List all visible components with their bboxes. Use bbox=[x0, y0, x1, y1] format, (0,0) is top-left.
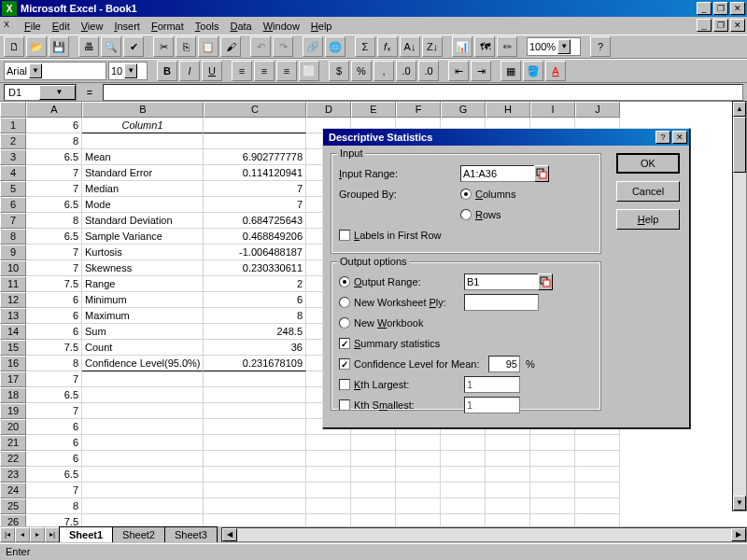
autosum-button[interactable]: Σ bbox=[355, 36, 375, 57]
cell-H25[interactable] bbox=[486, 498, 530, 514]
cell-E23[interactable] bbox=[351, 467, 396, 483]
horizontal-scrollbar[interactable]: ◀ ▶ bbox=[221, 527, 747, 542]
paste-button[interactable]: 📋 bbox=[198, 36, 218, 57]
align-left-button[interactable]: ≡ bbox=[232, 61, 252, 81]
confidence-field[interactable] bbox=[488, 356, 520, 372]
cell-H23[interactable] bbox=[486, 467, 530, 483]
col-header-D[interactable]: D bbox=[306, 102, 351, 118]
row-header-2[interactable]: 2 bbox=[0, 133, 26, 149]
align-right-button[interactable]: ≡ bbox=[276, 61, 297, 81]
cell-B16[interactable]: Confidence Level(95.0%) bbox=[82, 356, 204, 371]
font-combo[interactable]: Arial▼ bbox=[4, 62, 106, 80]
fill-color-button[interactable]: 🪣 bbox=[523, 61, 543, 81]
scroll-down-button[interactable]: ▼ bbox=[733, 496, 746, 511]
row-header-24[interactable]: 24 bbox=[0, 483, 26, 498]
cell-B25[interactable] bbox=[82, 498, 204, 514]
cell-A12[interactable]: 6 bbox=[26, 292, 82, 308]
cell-A7[interactable]: 8 bbox=[26, 213, 82, 229]
menu-view[interactable]: View bbox=[76, 19, 109, 34]
save-button[interactable]: 💾 bbox=[49, 36, 69, 57]
row-header-25[interactable]: 25 bbox=[0, 498, 26, 514]
cut-button[interactable]: ✂ bbox=[153, 36, 174, 57]
cell-A14[interactable]: 6 bbox=[26, 324, 82, 340]
cell-H24[interactable] bbox=[486, 483, 530, 498]
cell-C15[interactable]: 36 bbox=[204, 340, 306, 356]
row-header-21[interactable]: 21 bbox=[0, 435, 26, 451]
cell-B3[interactable]: Mean bbox=[82, 149, 204, 165]
sheet-tab-sheet1[interactable]: Sheet1 bbox=[59, 526, 113, 542]
doc-close-button[interactable]: ✕ bbox=[730, 19, 745, 32]
tab-prev-button[interactable]: ◂ bbox=[15, 527, 30, 542]
cell-E24[interactable] bbox=[351, 483, 396, 498]
row-header-15[interactable]: 15 bbox=[0, 340, 26, 356]
dialog-close-button[interactable]: ✕ bbox=[672, 131, 687, 144]
select-all-corner[interactable] bbox=[0, 102, 26, 118]
input-range-field[interactable] bbox=[460, 165, 535, 182]
output-range-ref-button[interactable] bbox=[538, 273, 553, 290]
row-header-1[interactable]: 1 bbox=[0, 118, 26, 133]
cell-B6[interactable]: Mode bbox=[82, 197, 204, 213]
kth-smallest-field[interactable] bbox=[464, 397, 520, 413]
cell-C21[interactable] bbox=[204, 435, 306, 451]
confidence-checkbox[interactable] bbox=[339, 358, 350, 370]
formula-input[interactable] bbox=[103, 84, 743, 101]
cell-B7[interactable]: Standard Deviation bbox=[82, 213, 204, 229]
cell-I21[interactable] bbox=[530, 435, 575, 451]
percent-button[interactable]: % bbox=[351, 61, 372, 81]
row-header-23[interactable]: 23 bbox=[0, 467, 26, 483]
row-header-14[interactable]: 14 bbox=[0, 324, 26, 340]
map-button[interactable]: 🗺 bbox=[474, 36, 495, 57]
menu-tools[interactable]: Tools bbox=[190, 19, 225, 34]
kth-smallest-checkbox[interactable] bbox=[339, 399, 350, 411]
close-button[interactable]: ✕ bbox=[730, 2, 745, 15]
scroll-left-button[interactable]: ◀ bbox=[222, 528, 237, 541]
cell-C18[interactable] bbox=[204, 387, 306, 403]
cell-D25[interactable] bbox=[306, 498, 351, 514]
row-header-20[interactable]: 20 bbox=[0, 419, 26, 435]
scroll-thumb[interactable] bbox=[733, 117, 746, 173]
row-header-3[interactable]: 3 bbox=[0, 149, 26, 165]
doc-restore-button[interactable]: ❐ bbox=[713, 19, 728, 32]
cell-A20[interactable]: 6 bbox=[26, 419, 82, 435]
redo-button[interactable]: ↷ bbox=[273, 36, 293, 57]
cell-I23[interactable] bbox=[530, 467, 575, 483]
cell-J21[interactable] bbox=[575, 435, 620, 451]
dec-indent-button[interactable]: ⇤ bbox=[448, 61, 469, 81]
dec-decimal-button[interactable]: .0 bbox=[418, 61, 439, 81]
cell-E22[interactable] bbox=[351, 451, 396, 467]
function-button[interactable]: fₓ bbox=[377, 36, 398, 57]
cell-A9[interactable]: 7 bbox=[26, 245, 82, 260]
new-worksheet-radio[interactable] bbox=[339, 297, 350, 308]
cell-A11[interactable]: 7.5 bbox=[26, 276, 82, 292]
cell-C9[interactable]: -1.006488187 bbox=[204, 245, 306, 260]
copy-button[interactable]: ⎘ bbox=[176, 36, 196, 57]
output-range-radio[interactable] bbox=[339, 276, 350, 287]
cell-C7[interactable]: 0.684725643 bbox=[204, 213, 306, 229]
doc-icon[interactable]: X bbox=[4, 20, 17, 33]
cell-C8[interactable]: 0.468849206 bbox=[204, 229, 306, 245]
new-workbook-radio[interactable] bbox=[339, 317, 350, 329]
dialog-titlebar[interactable]: Descriptive Statistics ? ✕ bbox=[323, 129, 689, 146]
cell-B5[interactable]: Median bbox=[82, 181, 204, 197]
row-header-7[interactable]: 7 bbox=[0, 213, 26, 229]
merge-button[interactable]: ⬜ bbox=[299, 61, 319, 81]
menu-window[interactable]: Window bbox=[258, 19, 305, 34]
cell-A19[interactable]: 7 bbox=[26, 403, 82, 419]
cell-A6[interactable]: 6.5 bbox=[26, 197, 82, 213]
cell-C14[interactable]: 248.5 bbox=[204, 324, 306, 340]
col-header-H[interactable]: H bbox=[486, 102, 530, 118]
sheet-tab-sheet3[interactable]: Sheet3 bbox=[164, 526, 218, 542]
cell-B18[interactable] bbox=[82, 387, 204, 403]
scroll-right-button[interactable]: ▶ bbox=[731, 528, 746, 541]
cell-I24[interactable] bbox=[530, 483, 575, 498]
cell-A8[interactable]: 6.5 bbox=[26, 229, 82, 245]
cell-B19[interactable] bbox=[82, 403, 204, 419]
col-header-C[interactable]: C bbox=[204, 102, 306, 118]
row-header-4[interactable]: 4 bbox=[0, 165, 26, 181]
cell-C5[interactable]: 7 bbox=[204, 181, 306, 197]
cell-B1[interactable]: Column1 bbox=[82, 118, 204, 133]
doc-minimize-button[interactable]: _ bbox=[697, 19, 712, 32]
rows-radio[interactable] bbox=[460, 209, 472, 220]
tab-last-button[interactable]: ▸| bbox=[45, 527, 60, 542]
col-header-E[interactable]: E bbox=[351, 102, 396, 118]
